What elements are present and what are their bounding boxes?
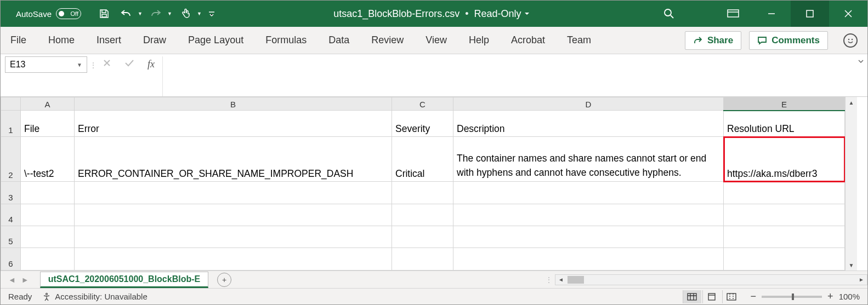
tab-acrobat[interactable]: Acrobat	[511, 34, 545, 46]
tab-formulas[interactable]: Formulas	[265, 34, 307, 46]
cell-B5[interactable]	[75, 226, 392, 248]
cell-C6[interactable]	[392, 248, 453, 271]
cell-D4[interactable]	[453, 204, 724, 226]
customize-qat-icon[interactable]	[206, 5, 217, 22]
col-header-D[interactable]: D	[453, 97, 724, 111]
cell-C3[interactable]	[392, 182, 453, 204]
maximize-icon[interactable]	[791, 1, 829, 27]
cell-B4[interactable]	[75, 204, 392, 226]
col-header-C[interactable]: C	[392, 97, 453, 111]
cell-E4[interactable]	[724, 204, 845, 226]
cell-D3[interactable]	[453, 182, 724, 204]
cell-D2[interactable]: The container names and share names cann…	[453, 137, 724, 182]
cell-C4[interactable]	[392, 204, 453, 226]
fx-icon[interactable]: fx	[147, 59, 155, 70]
row-header-1[interactable]: 1	[1, 111, 21, 137]
read-only-dropdown[interactable]: Read-Only	[474, 8, 530, 20]
touch-mode-icon[interactable]	[177, 5, 194, 22]
vertical-scrollbar[interactable]: ▲▼	[845, 97, 857, 271]
row-header-5[interactable]: 5	[1, 226, 21, 248]
tab-review[interactable]: Review	[371, 34, 404, 46]
col-header-A[interactable]: A	[21, 97, 75, 111]
view-normal-icon[interactable]	[683, 290, 701, 303]
tab-page-layout[interactable]: Page Layout	[188, 34, 243, 46]
cell-D5[interactable]	[453, 226, 724, 248]
minimize-icon[interactable]	[752, 1, 791, 27]
tab-home[interactable]: Home	[48, 34, 75, 46]
cell-E3[interactable]	[724, 182, 845, 204]
chevron-down-icon[interactable]: ▼	[77, 62, 82, 68]
cell-D6[interactable]	[453, 248, 724, 271]
view-page-break-icon[interactable]	[722, 290, 741, 303]
document-title: utsac1_BlockBlob-Errors.csv	[333, 8, 459, 20]
search-icon[interactable]	[662, 8, 676, 20]
autosave-label: AutoSave	[16, 9, 52, 19]
enter-formula-icon[interactable]	[124, 59, 134, 69]
select-all-cell[interactable]	[1, 97, 21, 111]
tab-nav-prev-icon[interactable]: ◄	[8, 275, 16, 284]
row-header-6[interactable]: 6	[1, 248, 21, 271]
row-header-2[interactable]: 2	[1, 137, 21, 182]
cell-C5[interactable]	[392, 226, 453, 248]
ribbon-display-icon[interactable]	[714, 1, 752, 27]
comments-button[interactable]: Comments	[749, 31, 828, 50]
svg-point-6	[46, 293, 48, 295]
cell-B1[interactable]: Error	[75, 111, 392, 137]
autosave-switch[interactable]: Off	[56, 8, 81, 19]
cell-E2[interactable]: https://aka.ms/dberr3	[724, 137, 845, 182]
cell-D1[interactable]: Description	[453, 111, 724, 137]
redo-icon[interactable]	[147, 5, 164, 22]
save-icon[interactable]	[95, 5, 113, 22]
view-page-layout-icon[interactable]	[702, 290, 721, 303]
name-box[interactable]: E13 ▼	[5, 56, 87, 73]
spreadsheet-grid[interactable]: A B C D E 1 File Error Severity Descript…	[1, 97, 867, 271]
cancel-formula-icon[interactable]	[103, 59, 111, 69]
cell-B2[interactable]: ERROR_CONTAINER_OR_SHARE_NAME_IMPROPER_D…	[75, 137, 392, 182]
tab-help[interactable]: Help	[469, 34, 489, 46]
cell-A2[interactable]: \--test2	[21, 137, 75, 182]
zoom-level[interactable]: 100%	[839, 292, 860, 301]
cell-C2[interactable]: Critical	[392, 137, 453, 182]
zoom-in-icon[interactable]: +	[827, 291, 833, 302]
horizontal-scrollbar[interactable]: ◄►	[555, 274, 867, 285]
cell-C1[interactable]: Severity	[392, 111, 453, 137]
col-header-B[interactable]: B	[75, 97, 392, 111]
status-bar: Ready Accessibility: Unavailable − + 100…	[1, 288, 867, 304]
autosave-toggle[interactable]: AutoSave Off	[16, 8, 81, 19]
cell-A4[interactable]	[21, 204, 75, 226]
tab-draw[interactable]: Draw	[143, 34, 166, 46]
tab-team[interactable]: Team	[567, 34, 591, 46]
tab-nav-next-icon[interactable]: ►	[21, 275, 29, 284]
zoom-out-icon[interactable]: −	[751, 291, 757, 302]
cell-A6[interactable]	[21, 248, 75, 271]
cell-E6[interactable]	[724, 248, 845, 271]
share-button[interactable]: Share	[685, 31, 741, 50]
svg-rect-0	[102, 14, 106, 17]
feedback-icon[interactable]	[843, 33, 858, 48]
cell-B3[interactable]	[75, 182, 392, 204]
cell-E5[interactable]	[724, 226, 845, 248]
cell-A1[interactable]: File	[21, 111, 75, 137]
add-sheet-icon[interactable]: +	[217, 273, 231, 287]
cell-B6[interactable]	[75, 248, 392, 271]
zoom-slider[interactable]	[762, 296, 822, 298]
tab-insert[interactable]: Insert	[97, 34, 121, 46]
undo-icon[interactable]	[117, 5, 135, 22]
tab-view[interactable]: View	[426, 34, 447, 46]
cell-E1[interactable]: Resolution URL	[724, 111, 845, 137]
accessibility-status[interactable]: Accessibility: Unavailable	[42, 292, 147, 302]
row-header-3[interactable]: 3	[1, 182, 21, 204]
tab-data[interactable]: Data	[328, 34, 349, 46]
formula-input[interactable]	[162, 56, 854, 96]
ribbon: File Home Insert Draw Page Layout Formul…	[1, 27, 867, 54]
col-header-E[interactable]: E	[724, 97, 845, 111]
expand-formula-bar-icon[interactable]	[854, 54, 867, 96]
cell-A3[interactable]	[21, 182, 75, 204]
svg-rect-9	[727, 294, 736, 300]
close-icon[interactable]	[829, 1, 867, 27]
row-header-4[interactable]: 4	[1, 204, 21, 226]
cell-A5[interactable]	[21, 226, 75, 248]
sheet-tab-active[interactable]: utSAC1_202006051000_BlockBlob-E	[40, 272, 208, 288]
formula-bar-handle[interactable]: ⋮	[87, 54, 99, 96]
tab-file[interactable]: File	[10, 34, 26, 46]
